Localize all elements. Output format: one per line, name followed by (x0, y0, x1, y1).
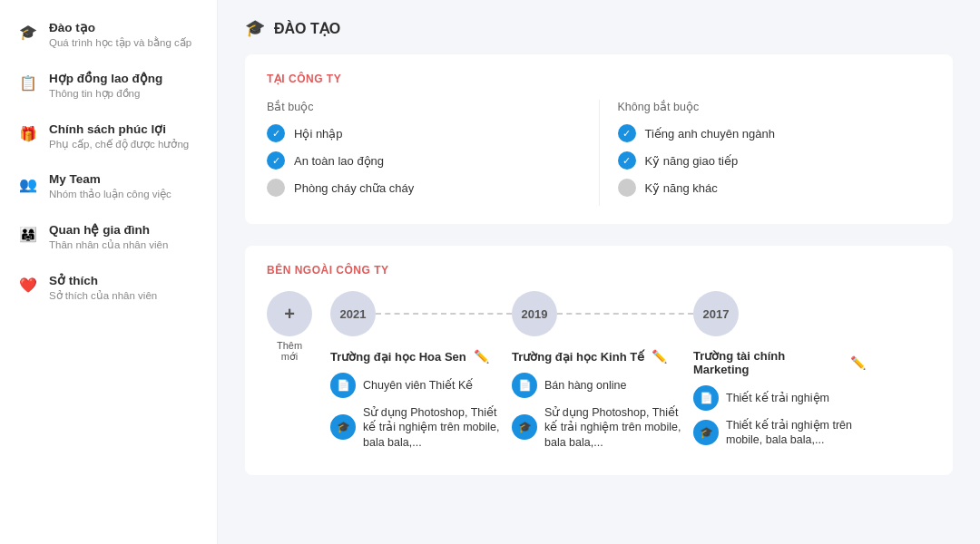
desc-icon-2: 🎓 (693, 420, 719, 445)
timeline-major-1: Bán hàng online (544, 378, 626, 393)
timeline-major-0: Chuyên viên Thiết Kế (363, 378, 473, 393)
mandatory-col: Bắt buộc ✓ Hội nhập ✓ An toàn lao động P… (267, 100, 581, 206)
desc-icon-0: 🎓 (330, 414, 356, 440)
major-icon-2: 📄 (693, 385, 719, 411)
optional-item-0: ✓ Tiếng anh chuyên ngành (618, 124, 932, 142)
sidebar-quan-he-subtitle: Thân nhân của nhân viên (49, 238, 168, 251)
timeline-content-2: Trường tài chính Marketing ✏️ 📄 Thiết kế… (693, 349, 875, 455)
mandatory-item-0: ✓ Hội nhập (267, 124, 581, 142)
mandatory-header: Bắt buộc (267, 100, 581, 113)
timeline-major-tag-0: 📄 Chuyên viên Thiết Kế (330, 373, 503, 398)
add-label: Thêmmới (277, 340, 302, 363)
timeline-desc-1: Sử dụng Photoshop, Thiết kế trải nghiệm … (544, 405, 684, 450)
page-title: ĐÀO TẠO (274, 20, 340, 37)
edit-icon-0[interactable]: ✏️ (474, 349, 489, 364)
timeline-desc-0: Sử dụng Photoshop, Thiết kế trải nghiệm … (363, 405, 503, 450)
major-icon-1: 📄 (512, 373, 537, 398)
sidebar-hop-dong-subtitle: Thông tin hợp đồng (49, 87, 162, 100)
optional-check-1: ✓ (618, 151, 636, 170)
sidebar-item-so-thich[interactable]: ❤️ Sở thích Sở thích của nhân viên (0, 262, 217, 313)
main-content: 🎓 ĐÀO TẠO TẠI CÔNG TY Bắt buộc ✓ Hội nhậ… (218, 0, 980, 544)
mandatory-item-1: ✓ An toàn lao động (267, 151, 581, 170)
sidebar-item-my-team[interactable]: 👥 My Team Nhóm thảo luận công việc (0, 161, 217, 211)
timeline-desc-tag-0: 🎓 Sử dụng Photoshop, Thiết kế trải nghiệ… (330, 405, 503, 450)
timeline-desc-tag-1: 🎓 Sử dụng Photoshop, Thiết kế trải nghiệ… (512, 405, 684, 450)
timeline-school-0: Trường đại học Hoa Sen ✏️ (330, 349, 503, 364)
timeline-dash-0 (376, 313, 512, 315)
sidebar-quan-he-title: Quan hệ gia đình (49, 222, 168, 237)
timeline-line-row-1: 2019 (512, 291, 693, 336)
optional-col: Không bắt buộc ✓ Tiếng anh chuyên ngành … (618, 100, 932, 206)
sidebar-so-thich-subtitle: Sở thích của nhân viên (49, 289, 157, 302)
optional-label-0: Tiếng anh chuyên ngành (645, 127, 775, 141)
sidebar-item-chinh-sach[interactable]: 🎁 Chính sách phúc lợi Phụ cấp, chế độ đư… (0, 111, 217, 161)
add-circle[interactable]: + (267, 291, 312, 336)
sidebar-dao-tao-subtitle: Quá trình học tập và bằng cấp (49, 36, 191, 49)
sidebar-my-team-subtitle: Nhóm thảo luận công việc (49, 188, 172, 200)
timeline-wrapper: + Thêmmới 2021 Trường đại học Hoa Sen ✏️… (267, 291, 931, 457)
timeline-year-1: 2019 (512, 291, 557, 336)
at-company-card: TẠI CÔNG TY Bắt buộc ✓ Hội nhập ✓ An toà… (245, 54, 953, 224)
mandatory-label-1: An toàn lao động (294, 154, 384, 168)
dao-tao-icon: 🎓 (18, 22, 38, 42)
sidebar-hop-dong-title: Hợp đồng lao động (49, 71, 162, 85)
outside-company-card: BÊN NGOÀI CÔNG TY + Thêmmới 2021 Trường … (245, 246, 953, 475)
optional-label-2: Kỹ năng khác (645, 181, 718, 195)
major-icon-0: 📄 (330, 373, 356, 398)
sidebar-chinh-sach-subtitle: Phụ cấp, chế độ được hưởng (49, 138, 189, 151)
timeline-desc-2: Thiết kế trải nghiệm trên mobile, bala b… (726, 418, 866, 448)
optional-item-1: ✓ Kỹ năng giao tiếp (618, 151, 932, 170)
sidebar-so-thich-title: Sở thích (49, 273, 157, 287)
so-thich-icon: ❤️ (18, 275, 38, 295)
timeline-year-2: 2017 (693, 291, 739, 336)
timeline-entry-1: 2019 Trường đại học Kinh Tế ✏️ 📄 Bán hàn… (512, 291, 693, 457)
timeline-line-row-2: 2017 (693, 291, 875, 336)
edit-icon-2[interactable]: ✏️ (850, 355, 866, 370)
graduation-icon: 🎓 (245, 18, 265, 38)
sidebar-item-hop-dong[interactable]: 📋 Hợp đồng lao động Thông tin hợp đồng (0, 60, 217, 111)
training-grid: Bắt buộc ✓ Hội nhập ✓ An toàn lao động P… (267, 100, 931, 206)
at-company-label: TẠI CÔNG TY (267, 73, 931, 85)
optional-item-2: Kỹ năng khác (618, 179, 932, 197)
timeline-content-1: Trường đại học Kinh Tế ✏️ 📄 Bán hàng onl… (512, 349, 693, 457)
timeline-major-tag-2: 📄 Thiết kế trải nghiệm (693, 385, 866, 411)
optional-check-0: ✓ (618, 124, 636, 142)
my-team-icon: 👥 (18, 174, 38, 194)
optional-check-2 (618, 179, 636, 197)
mandatory-label-2: Phòng cháy chữa cháy (294, 181, 414, 195)
sidebar-dao-tao-title: Đào tạo (49, 20, 191, 34)
timeline-entry-0: 2021 Trường đại học Hoa Sen ✏️ 📄 Chuyên … (330, 291, 512, 457)
mandatory-check-1: ✓ (267, 151, 285, 170)
timeline-dash-1 (557, 313, 693, 315)
timeline-desc-tag-2: 🎓 Thiết kế trải nghiệm trên mobile, bala… (693, 418, 866, 448)
optional-header: Không bắt buộc (618, 100, 932, 113)
mandatory-label-0: Hội nhập (294, 127, 343, 141)
timeline-school-1: Trường đại học Kinh Tế ✏️ (512, 349, 684, 364)
sidebar: 🎓 Đào tạo Quá trình học tập và bằng cấp … (0, 0, 218, 544)
timeline-add-button[interactable]: + Thêmmới (267, 291, 312, 363)
col-divider (599, 100, 600, 206)
sidebar-item-dao-tao[interactable]: 🎓 Đào tạo Quá trình học tập và bằng cấp (0, 9, 217, 60)
edit-icon-1[interactable]: ✏️ (652, 349, 667, 364)
timeline-line-row-0: 2021 (330, 291, 512, 336)
mandatory-item-2: Phòng cháy chữa cháy (267, 179, 581, 197)
timeline-content-0: Trường đại học Hoa Sen ✏️ 📄 Chuyên viên … (330, 349, 512, 457)
sidebar-item-quan-he[interactable]: 👨‍👩‍👧 Quan hệ gia đình Thân nhân của nhâ… (0, 211, 217, 262)
timeline-entry-2: 2017 Trường tài chính Marketing ✏️ 📄 Thi… (693, 291, 875, 455)
hop-dong-icon: 📋 (18, 73, 38, 92)
desc-icon-1: 🎓 (512, 414, 537, 440)
timeline-major-tag-1: 📄 Bán hàng online (512, 373, 684, 398)
mandatory-check-2 (267, 179, 285, 197)
chinh-sach-icon: 🎁 (18, 123, 38, 143)
timeline-major-2: Thiết kế trải nghiệm (726, 391, 829, 405)
optional-label-1: Kỹ năng giao tiếp (645, 154, 739, 168)
outside-company-label: BÊN NGOÀI CÔNG TY (267, 264, 931, 277)
sidebar-chinh-sach-title: Chính sách phúc lợi (49, 121, 189, 136)
timeline-year-0: 2021 (330, 291, 376, 336)
sidebar-my-team-title: My Team (49, 172, 172, 186)
page-title-row: 🎓 ĐÀO TẠO (245, 18, 953, 38)
quan-he-icon: 👨‍👩‍👧 (18, 224, 38, 244)
timeline-school-2: Trường tài chính Marketing ✏️ (693, 349, 866, 376)
mandatory-check-0: ✓ (267, 124, 285, 142)
